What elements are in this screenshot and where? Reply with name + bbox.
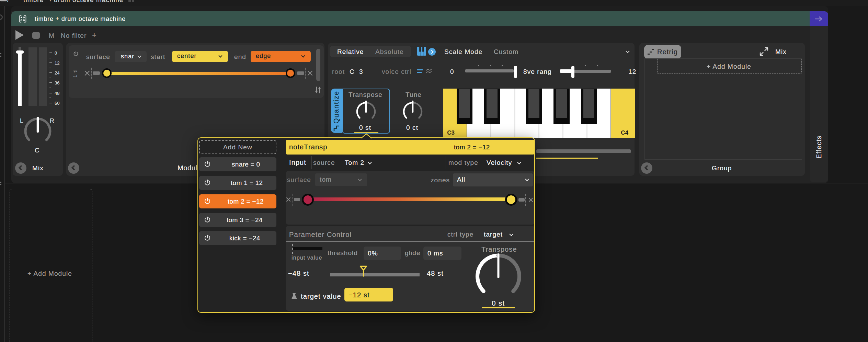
svg-text:C3: C3	[447, 129, 455, 136]
svg-text:C4: C4	[621, 129, 628, 136]
